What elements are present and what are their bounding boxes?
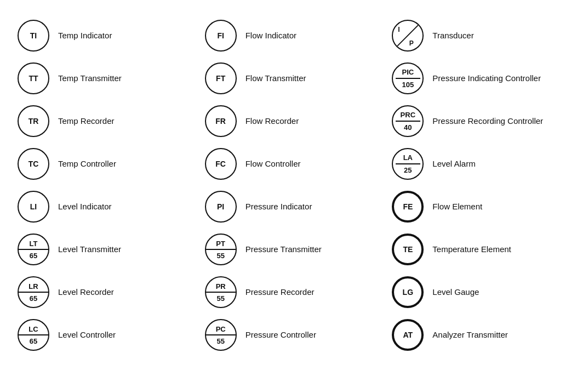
symbol-wrapper: PT 55 — [205, 234, 237, 265]
symbol-wrapper: LC 65 — [18, 319, 49, 351]
symbol-wrapper: FR — [205, 105, 237, 137]
list-item: LT 65 Level Transmitter — [13, 228, 201, 271]
symbol-PT: PT 55 — [205, 234, 237, 265]
symbol-wrapper: LG — [392, 276, 424, 308]
symbol-TT: TT — [18, 62, 49, 94]
instrument-label: Pressure Recording Controller — [432, 116, 543, 127]
symbol-wrapper: FE — [392, 191, 424, 223]
symbol-wrapper: PIC 105 — [392, 62, 424, 94]
symbol-LA: LA 25 — [392, 148, 424, 180]
symbol-TC: TC — [18, 148, 49, 180]
symbol-wrapper: LT 65 — [18, 234, 49, 265]
instrument-label: Temperature Element — [432, 244, 511, 255]
instrument-label: Level Transmitter — [58, 244, 121, 255]
instrument-label: Analyzer Transmitter — [432, 329, 508, 340]
symbol-PR: PR 55 — [205, 276, 237, 308]
list-item: TI Temp Indicator — [13, 14, 201, 57]
list-item: FC Flow Controller — [201, 143, 388, 185]
symbol-AT: AT — [392, 319, 424, 351]
symbol-wrapper: PC 55 — [205, 319, 237, 351]
symbol-LT: LT 65 — [18, 234, 49, 265]
instrument-label: Flow Element — [432, 201, 482, 212]
list-item: FR Flow Recorder — [201, 100, 388, 143]
list-item: LR 65 Level Recorder — [13, 271, 201, 314]
instrument-label: Level Gauge — [432, 287, 479, 298]
instrument-label: Flow Controller — [246, 158, 301, 169]
symbol-wrapper: LI — [18, 191, 49, 223]
list-item: LC 65 Level Controller — [13, 314, 201, 356]
list-item: FT Flow Transmitter — [201, 57, 388, 100]
svg-text:P: P — [409, 39, 414, 47]
instrument-grid: TI Temp Indicator FI Flow Indicator I P … — [0, 4, 588, 366]
symbol-LG: LG — [392, 276, 424, 308]
list-item: LA 25 Level Alarm — [387, 143, 575, 185]
instrument-label: Pressure Indicating Controller — [432, 73, 541, 84]
symbol-PIC: PIC 105 — [392, 62, 424, 94]
list-item: LG Level Gauge — [387, 271, 575, 314]
list-item: PC 55 Pressure Controller — [201, 314, 388, 356]
svg-line-0 — [397, 25, 419, 46]
symbol-wrapper: FI — [205, 20, 237, 52]
list-item: TT Temp Transmitter — [13, 57, 201, 100]
list-item: FE Flow Element — [387, 185, 575, 228]
instrument-label: Flow Indicator — [246, 30, 296, 41]
list-item: FI Flow Indicator — [201, 14, 388, 57]
instrument-label: Pressure Transmitter — [246, 244, 322, 255]
list-item: TC Temp Controller — [13, 143, 201, 185]
symbol-LI: LI — [18, 191, 49, 223]
symbol-wrapper: FC — [205, 148, 237, 180]
instrument-label: Temp Recorder — [58, 116, 115, 127]
symbol-wrapper: TE — [392, 234, 424, 265]
symbol-FC: FC — [205, 148, 237, 180]
list-item: PI Pressure Indicator — [201, 185, 388, 228]
instrument-label: Pressure Indicator — [246, 201, 312, 212]
list-item: TE Temperature Element — [387, 228, 575, 271]
symbol-wrapper: FT — [205, 62, 237, 94]
symbol-FE: FE — [392, 191, 424, 223]
symbol-PC: PC 55 — [205, 319, 237, 351]
symbol-wrapper: PR 55 — [205, 276, 237, 308]
symbol-wrapper: PI — [205, 191, 237, 223]
list-item: TR Temp Recorder — [13, 100, 201, 143]
symbol-wrapper: TC — [18, 148, 49, 180]
symbol-wrapper: AT — [392, 319, 424, 351]
list-item: I P Transducer — [387, 14, 575, 57]
list-item: PRC 40 Pressure Recording Controller — [387, 100, 575, 143]
symbol-wrapper: TT — [18, 62, 49, 94]
symbol-FI: FI — [205, 20, 237, 52]
instrument-label: Flow Recorder — [246, 116, 299, 127]
instrument-label: Temp Controller — [58, 158, 116, 169]
instrument-label: Temp Transmitter — [58, 73, 122, 84]
instrument-label: Pressure Controller — [246, 329, 316, 340]
symbol-PI: PI — [205, 191, 237, 223]
symbol-wrapper: LA 25 — [392, 148, 424, 180]
svg-text:I: I — [398, 26, 400, 33]
list-item: AT Analyzer Transmitter — [387, 314, 575, 356]
symbol-wrapper: TR — [18, 105, 49, 137]
instrument-label: Level Indicator — [58, 201, 112, 212]
symbol-wrapper: PRC 40 — [392, 105, 424, 137]
instrument-label: Flow Transmitter — [246, 73, 306, 84]
symbol-transducer: I P — [392, 20, 424, 52]
instrument-label: Level Alarm — [432, 158, 475, 169]
symbol-wrapper: LR 65 — [18, 276, 49, 308]
symbol-wrapper: TI — [18, 20, 49, 52]
symbol-LR: LR 65 — [18, 276, 49, 308]
symbol-PRC: PRC 40 — [392, 105, 424, 137]
instrument-label: Pressure Recorder — [246, 287, 315, 298]
instrument-label: Transducer — [432, 30, 473, 41]
instrument-label: Level Recorder — [58, 287, 114, 298]
symbol-FT: FT — [205, 62, 237, 94]
symbol-LC: LC 65 — [18, 319, 49, 351]
symbol-TI: TI — [18, 20, 49, 52]
symbol-wrapper: I P — [392, 20, 424, 52]
list-item: PIC 105 Pressure Indicating Controller — [387, 57, 575, 100]
instrument-label: Level Controller — [58, 329, 116, 340]
symbol-FR: FR — [205, 105, 237, 137]
list-item: PR 55 Pressure Recorder — [201, 271, 388, 314]
symbol-TR: TR — [18, 105, 49, 137]
list-item: PT 55 Pressure Transmitter — [201, 228, 388, 271]
symbol-TE: TE — [392, 234, 424, 265]
instrument-label: Temp Indicator — [58, 30, 112, 41]
list-item: LI Level Indicator — [13, 185, 201, 228]
